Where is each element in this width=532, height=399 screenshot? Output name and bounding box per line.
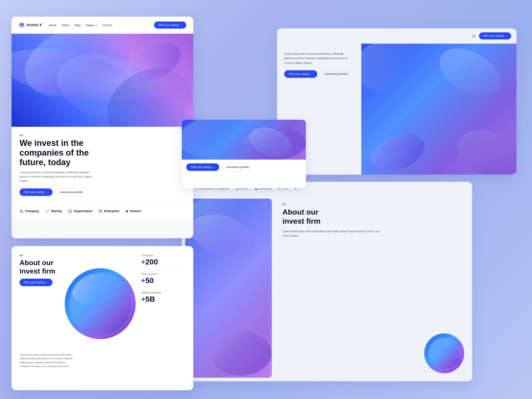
- pitch-startup-button[interactable]: Pitch your startup →: [19, 188, 52, 196]
- navbar: Invstor X Home About Blog Pages Cart (0)…: [12, 17, 193, 34]
- stat-companies-value: +200: [141, 258, 185, 266]
- nav-home[interactable]: Home: [49, 24, 57, 27]
- cart-text-right2: (0): [472, 34, 475, 38]
- stat-team-value: +50: [141, 276, 185, 285]
- enterprise-label: Enterprise: [104, 209, 119, 213]
- hero-buttons: Pitch your startup → Investment portfoli…: [19, 188, 185, 196]
- category-venture[interactable]: ◈ Venture: [126, 209, 141, 213]
- category-company[interactable]: 🏢 Company: [19, 209, 39, 213]
- bottom-card: 02/ About our invest firm Pitch your sta…: [12, 246, 193, 390]
- pip-card-bottom: Pitch your startup → Investment portfoli…: [182, 160, 306, 175]
- bottom-right-card: some of the greatest companies rganizati…: [182, 182, 472, 381]
- right-abstract-image: [361, 44, 516, 175]
- stat-capital-value: +5B: [141, 295, 185, 304]
- company-icon: 🏢: [19, 209, 23, 213]
- right-content: Lorem ipsum dolor sit amet consectetur s…: [277, 44, 516, 175]
- br-swirl2: [210, 331, 272, 375]
- about-orb: [65, 268, 136, 339]
- pitch-cta-back[interactable]: Pitch your startup →: [284, 70, 317, 78]
- enterprise-icon: [99, 209, 102, 213]
- hero-abstract-image: [12, 34, 193, 127]
- right-swirl1: [361, 44, 447, 101]
- category-startup[interactable]: 📈 Startup: [45, 209, 62, 213]
- hero-description: Lorem ipsum dolor sit amet consectetur s…: [19, 171, 95, 183]
- svg-rect-5: [101, 209, 102, 211]
- category-organization[interactable]: 🔄 Organization: [68, 209, 93, 213]
- back-card-right2: (0) Pitch your startup → Lorem ipsum dol…: [277, 28, 516, 175]
- back-card-nav: (0) Pitch your startup →: [277, 28, 516, 44]
- small-orb: [424, 333, 464, 373]
- stat-team: Team members +50: [141, 273, 185, 288]
- pip-card-image: [182, 120, 306, 160]
- about-description: Lorem ipsum dolor amet consectetur diam …: [19, 353, 75, 368]
- org-icon: 🔄: [68, 209, 72, 213]
- stat-companies-label: Companies: [141, 254, 185, 257]
- bottom-card-inner: 02/ About our invest firm Pitch your sta…: [12, 246, 193, 390]
- bottom-right-abstract: [185, 199, 272, 378]
- svg-rect-2: [255, 189, 256, 190]
- stat-team-label: Team members: [141, 273, 185, 275]
- stat-capital-label: Capital investment: [141, 291, 185, 294]
- logo-icon: [19, 22, 25, 28]
- section-number: 01/: [19, 134, 185, 137]
- svg-rect-3: [256, 189, 257, 190]
- hero-title: We invest in the companies of the future…: [19, 138, 185, 167]
- svg-rect-7: [101, 211, 102, 213]
- main-card: Invstor X Home About Blog Pages Cart (0)…: [12, 17, 193, 238]
- pip-card: Pitch your startup → Investment portfoli…: [182, 120, 306, 188]
- nav-blog[interactable]: Blog: [75, 24, 81, 27]
- about-pitch-button[interactable]: Pitch your startup →: [19, 279, 52, 286]
- company-label: Company: [25, 209, 39, 213]
- nav-cta-button[interactable]: Pitch your startup →: [154, 21, 186, 29]
- stat-companies: Companies +200: [141, 254, 185, 270]
- right-swirl2: [451, 121, 516, 175]
- pitch-cta-right2[interactable]: Pitch your startup →: [479, 32, 511, 39]
- investment-portfolio-back[interactable]: Investment portfolio: [320, 70, 352, 78]
- pip-pitch-button[interactable]: Pitch your startup →: [186, 163, 219, 171]
- br-title: About our invest firm: [282, 208, 465, 226]
- brand-name: Invstor X: [27, 23, 42, 27]
- nav-pages[interactable]: Pages: [86, 24, 97, 27]
- right-hero-image: [361, 44, 516, 175]
- bottom-right-text-area: 02/ About our invest firm Lorem ipsum do…: [275, 195, 472, 381]
- pip-portfolio-button[interactable]: Investment portfolio: [222, 163, 253, 171]
- stat-capital: Capital investment +5B: [141, 291, 185, 307]
- svg-rect-4: [99, 209, 100, 211]
- org-label: Organization: [74, 209, 93, 213]
- logo: Invstor X: [19, 22, 42, 28]
- right-swirl4: [366, 127, 430, 175]
- category-enterprise[interactable]: Enterprise: [99, 209, 119, 213]
- back-card-desc: Lorem ipsum dolor sit amet consectetur s…: [284, 52, 351, 65]
- hero-content: 01/ We invest in the companies of the fu…: [12, 127, 193, 203]
- stats-column: Companies +200 Team members +50 Capital …: [141, 254, 185, 310]
- chevron-down-icon: [95, 24, 97, 26]
- nav-about[interactable]: About: [62, 24, 69, 27]
- right-swirl3: [431, 44, 509, 106]
- nav-links: Home About Blog Pages Cart (0): [49, 24, 154, 27]
- investment-portfolio-button[interactable]: Investment portfolio: [56, 188, 87, 196]
- br-section-num: 02/: [282, 203, 465, 206]
- startup-icon: 📈: [45, 209, 49, 213]
- venture-icon: ◈: [126, 209, 128, 213]
- small-orb-inner: [429, 338, 460, 369]
- back-card-buttons: Pitch your startup → Investment portfoli…: [284, 70, 354, 78]
- br-desc: Lorem ipsum dolor amet consectetur diam …: [282, 229, 382, 238]
- startup-label: Startup: [51, 209, 62, 213]
- bottom-right-body: 02/ About our invest firm Lorem ipsum do…: [182, 195, 472, 381]
- venture-label: Venture: [130, 209, 141, 213]
- nav-cart[interactable]: Cart (0): [102, 24, 112, 27]
- categories-row: 🏢 Company 📈 Startup 🔄 Organization Enter…: [12, 203, 193, 219]
- svg-rect-6: [99, 211, 100, 213]
